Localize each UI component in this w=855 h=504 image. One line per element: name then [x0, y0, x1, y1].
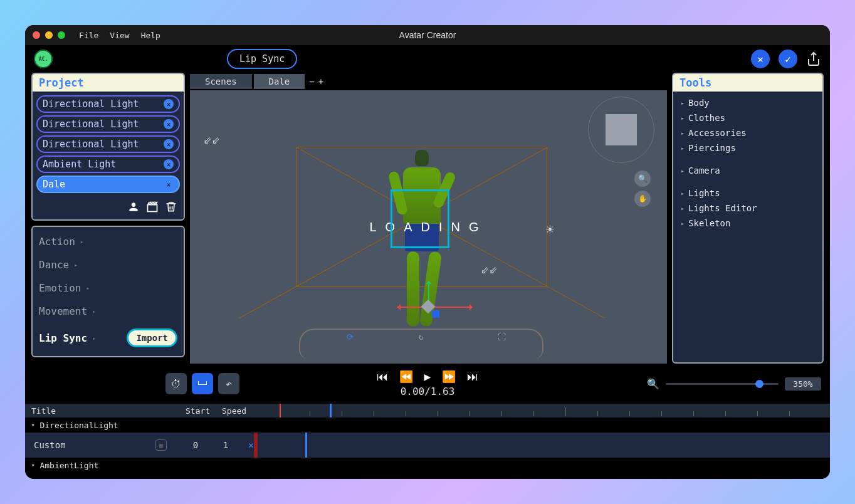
- tool-camera[interactable]: Camera: [673, 163, 822, 178]
- add-character-button[interactable]: [126, 199, 141, 214]
- menu-help[interactable]: Help: [141, 31, 160, 40]
- tab-remove-button[interactable]: −: [309, 76, 314, 87]
- category-emotion[interactable]: Emotion ▸: [39, 282, 177, 294]
- tab-dale[interactable]: Dale: [254, 74, 305, 89]
- play-button[interactable]: ▶: [424, 370, 431, 383]
- clip-region[interactable]: [254, 433, 258, 458]
- viewport-area: Scenes Dale − + LOADIN: [190, 73, 667, 364]
- category-dance[interactable]: Dance ▸: [39, 259, 177, 271]
- close-window-button[interactable]: [33, 31, 40, 39]
- confirm-button[interactable]: ✓: [779, 50, 797, 68]
- remove-item-button[interactable]: ✕: [164, 159, 174, 169]
- delete-button[interactable]: [164, 199, 179, 214]
- tool-body[interactable]: Body: [673, 95, 822, 110]
- timeline-marker-red[interactable]: [280, 404, 281, 417]
- svg-rect-0: [148, 205, 157, 212]
- project-item-label: Directional Light: [43, 139, 139, 150]
- timeline-region[interactable]: [254, 433, 830, 458]
- clip-toggle[interactable]: ▦: [155, 439, 167, 451]
- project-item-dale[interactable]: Dale ✕: [36, 176, 180, 193]
- timeline-ruler[interactable]: [278, 404, 830, 417]
- project-item-label: Dale: [43, 179, 65, 190]
- viewport-ctrl-1[interactable]: ⟳: [347, 332, 354, 342]
- menu-view[interactable]: View: [110, 31, 129, 40]
- import-button[interactable]: Import: [127, 328, 177, 347]
- skip-start-button[interactable]: ⏮: [377, 370, 388, 383]
- remove-item-button[interactable]: ✕: [164, 179, 174, 189]
- snap-button[interactable]: ⏘: [192, 373, 213, 394]
- app-window: File View Help Avatar Creator AC. Lip Sy…: [25, 25, 830, 479]
- project-item-directional-light[interactable]: Directional Light ✕: [36, 95, 180, 113]
- timeline-col-start: Start: [179, 406, 216, 416]
- remove-item-button[interactable]: ✕: [164, 99, 174, 109]
- share-button[interactable]: [806, 51, 821, 66]
- viewport-ctrl-reset[interactable]: ↻: [419, 332, 424, 342]
- viewport-tabs: Scenes Dale − +: [190, 73, 667, 90]
- category-label: Movement: [39, 305, 87, 317]
- timeline-clip-row[interactable]: Custom ▦ 0 1 ✕: [25, 433, 830, 458]
- skip-end-button[interactable]: ⏭: [467, 370, 478, 383]
- expand-toggle[interactable]: ▾: [31, 422, 34, 428]
- maximize-window-button[interactable]: [58, 31, 65, 39]
- timer-button[interactable]: ⏱: [165, 373, 187, 394]
- cancel-button[interactable]: ✕: [751, 50, 770, 68]
- remove-item-button[interactable]: ✕: [164, 119, 174, 129]
- tool-lights[interactable]: Lights: [673, 186, 822, 201]
- tool-clothes[interactable]: Clothes: [673, 110, 822, 125]
- zoom-value[interactable]: 350%: [785, 377, 821, 391]
- clip-speed-value[interactable]: 1: [211, 440, 241, 450]
- tool-skeleton[interactable]: Skeleton: [673, 216, 822, 231]
- undo-button[interactable]: ↶: [218, 373, 239, 394]
- viewport-3d[interactable]: LOADING 🔍 ✋ ☀: [190, 90, 667, 364]
- chevron-right-icon: ▸: [86, 285, 90, 291]
- mode-indicator-pill[interactable]: Lip Sync: [227, 49, 297, 69]
- category-action[interactable]: Action ▸: [39, 236, 177, 248]
- transform-gizmo[interactable]: [409, 281, 447, 319]
- remove-item-button[interactable]: ✕: [164, 139, 174, 149]
- tool-accessories[interactable]: Accessories: [673, 125, 822, 140]
- left-panel: Project Directional Light ✕ Directional …: [31, 73, 185, 364]
- rewind-button[interactable]: ⏪: [399, 370, 413, 383]
- viewport-ctrl-fullscreen[interactable]: ⛶: [498, 332, 506, 342]
- tool-piercings[interactable]: Piercings: [673, 140, 822, 155]
- tab-controls: − +: [307, 76, 326, 87]
- app-title: Avatar Creator: [399, 30, 456, 40]
- project-item-directional-light[interactable]: Directional Light ✕: [36, 115, 180, 133]
- timeline: Title Start Speed ▾ DirectionalLight Cus…: [25, 404, 830, 479]
- sun-light-icon[interactable]: ☀: [546, 222, 554, 238]
- track-name: DirectionalLight: [39, 421, 118, 430]
- project-item-ambient-light[interactable]: Ambient Light ✕: [36, 155, 180, 173]
- tab-add-button[interactable]: +: [318, 76, 323, 87]
- viewport-pan-button[interactable]: ✋: [634, 191, 651, 207]
- main-area: Project Directional Light ✕ Directional …: [25, 73, 830, 364]
- clip-start-value[interactable]: 0: [181, 440, 211, 450]
- app-badge[interactable]: AC.: [34, 50, 53, 68]
- menu-file[interactable]: File: [79, 31, 98, 40]
- navigation-cube[interactable]: [588, 97, 654, 163]
- clip-remove-button[interactable]: ✕: [248, 439, 254, 451]
- project-item-directional-light[interactable]: Directional Light ✕: [36, 135, 180, 153]
- playback-bar: ⏱ ⏘ ↶ ⏮ ⏪ ▶ ⏩ ⏭ 0.00/1.63 🔍 350%: [25, 364, 830, 404]
- timeline-track[interactable]: ▾ DirectionalLight: [25, 417, 830, 433]
- zoom-slider-handle[interactable]: [755, 380, 763, 388]
- timeline-playhead[interactable]: [305, 433, 307, 458]
- nav-cube-face[interactable]: [606, 114, 637, 145]
- tab-scenes[interactable]: Scenes: [190, 74, 252, 89]
- fast-forward-button[interactable]: ⏩: [442, 370, 456, 383]
- timeline-track[interactable]: ▾ AmbientLight: [25, 458, 830, 473]
- category-movement[interactable]: Movement ▸: [39, 305, 177, 317]
- magnifier-icon: 🔍: [647, 378, 659, 390]
- timeline-col-speed: Speed: [216, 406, 278, 416]
- expand-toggle[interactable]: ▾: [31, 462, 34, 468]
- trash-icon: [165, 201, 177, 213]
- viewport-zoom-button[interactable]: 🔍: [634, 171, 651, 187]
- playback-time: 0.00/1.63: [401, 386, 455, 397]
- timeline-playhead[interactable]: [330, 404, 332, 417]
- add-scene-button[interactable]: [145, 199, 160, 214]
- category-lip-sync[interactable]: Lip Sync ▸ Import: [39, 328, 177, 347]
- tool-lights-editor[interactable]: Lights Editor: [673, 201, 822, 216]
- minimize-window-button[interactable]: [45, 31, 53, 39]
- undo-icon: ↶: [226, 378, 232, 390]
- gizmo-z-handle[interactable]: [432, 310, 439, 318]
- zoom-slider[interactable]: [666, 383, 779, 385]
